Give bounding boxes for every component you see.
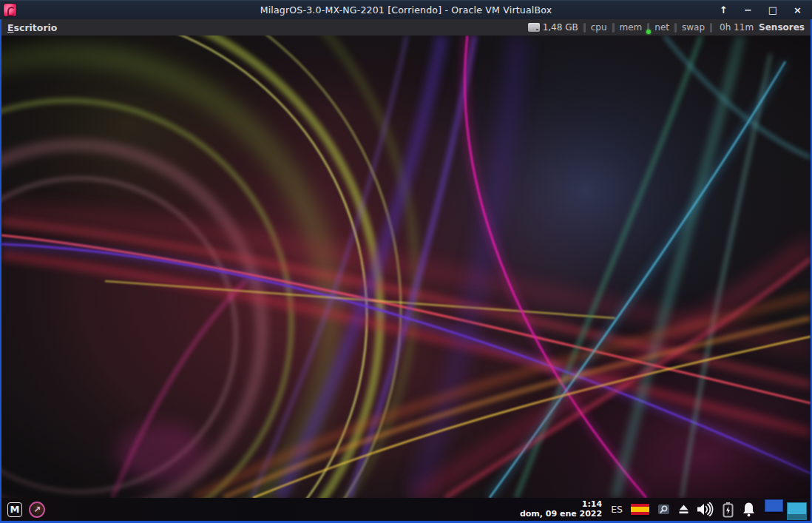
magnifier-icon[interactable] [657, 503, 671, 516]
workspace-1-thumbnail[interactable] [765, 499, 783, 512]
flag-stripe-yellow [631, 507, 649, 512]
taskbar: M ↗ 1:14 dom, 09 ene 2022 ES [1, 498, 811, 521]
vm-display: Escritorio 1,48 GB cpu mem net swap 0h 1… [0, 19, 812, 523]
clock-time: 1:14 [582, 500, 602, 510]
mem-monitor[interactable]: mem [620, 22, 643, 33]
minimize-icon[interactable]: − [744, 5, 752, 15]
workspace-pager [765, 498, 807, 521]
spain-flag-icon[interactable] [631, 504, 649, 516]
desktop-top-panel: Escritorio 1,48 GB cpu mem net swap 0h 1… [1, 19, 811, 36]
panel-separator [647, 23, 649, 33]
restore-icon[interactable]: ↑ [720, 5, 728, 15]
notifications-bell-icon[interactable] [742, 502, 756, 517]
panel-separator [674, 23, 677, 33]
uptime-value: 0h 11m [720, 22, 754, 33]
window-controls: ↑ − □ × [720, 5, 812, 15]
mem-activity-indicator [646, 30, 651, 34]
launch-arrow-icon: ↗ [33, 505, 41, 513]
battery-charging-icon[interactable] [722, 502, 734, 518]
titlebar: MilagrOS-3.0-MX-NG-2201 [Corriendo] - Or… [0, 0, 812, 19]
workspace-2-thumbnail[interactable] [787, 502, 807, 520]
keyboard-layout-indicator[interactable]: ES [611, 504, 623, 515]
maximize-icon[interactable]: □ [768, 5, 777, 15]
disk-usage-widget[interactable]: 1,48 GB [528, 22, 578, 33]
flag-stripe-red [631, 512, 649, 515]
sensors-label[interactable]: Sensores [759, 22, 805, 33]
volume-icon[interactable] [697, 502, 714, 516]
workspace-2-taskbar-strip [788, 514, 806, 519]
window-title: MilagrOS-3.0-MX-NG-2201 [Corriendo] - Or… [0, 4, 812, 16]
wallpaper-art [1, 36, 811, 498]
hard-disk-icon [528, 23, 540, 32]
panel-separator [583, 23, 586, 33]
desktop-menu-button[interactable]: Escritorio [7, 22, 57, 33]
disk-free-value: 1,48 GB [543, 22, 578, 33]
swap-monitor[interactable]: swap [682, 22, 705, 33]
virtualbox-window: MilagrOS-3.0-MX-NG-2201 [Corriendo] - Or… [0, 0, 812, 523]
system-monitors: 1,48 GB cpu mem net swap 0h 11m Sensores [528, 22, 805, 33]
clock-widget[interactable]: 1:14 dom, 09 ene 2022 [520, 500, 602, 519]
clock-date: dom, 09 ene 2022 [520, 510, 602, 519]
panel-separator [612, 23, 615, 33]
launcher-button[interactable]: ↗ [29, 502, 45, 518]
net-monitor[interactable]: net [654, 22, 669, 33]
app-menu-button[interactable]: M [7, 502, 22, 517]
eject-icon[interactable] [678, 504, 689, 515]
panel-separator [710, 23, 712, 33]
desktop-wallpaper[interactable] [1, 36, 811, 498]
close-icon[interactable]: × [794, 5, 802, 15]
cpu-monitor[interactable]: cpu [591, 22, 607, 33]
